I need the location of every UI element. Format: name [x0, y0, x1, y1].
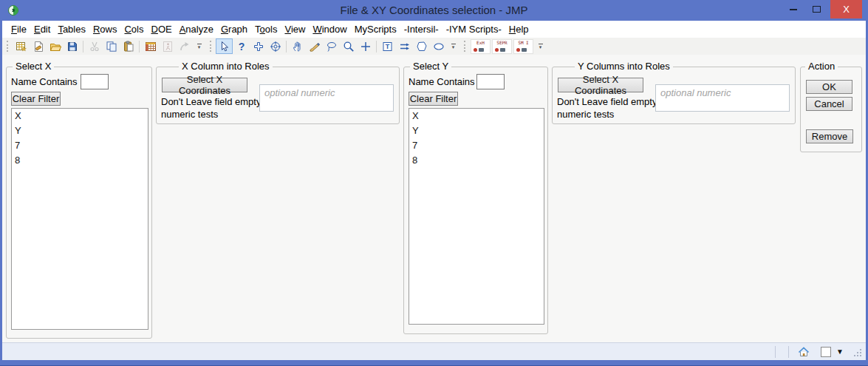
jmp-dialog-window: File & XY Coordinates selection - JMP X …	[0, 0, 868, 366]
list-item[interactable]: Y	[12, 123, 148, 138]
x-roles-hint: Don't Leave field empty numeric tests	[161, 95, 266, 121]
crosshair-icon[interactable]	[357, 38, 374, 54]
jmp-app-icon	[7, 4, 19, 16]
menu-tools[interactable]: Tools	[251, 21, 281, 38]
oval-icon[interactable]	[430, 38, 447, 54]
white-square-button[interactable]	[821, 347, 831, 357]
list-item[interactable]: 8	[409, 153, 544, 168]
list-item[interactable]: 8	[12, 153, 148, 168]
maximize-button[interactable]	[807, 0, 826, 18]
custom-script-label: SEPR	[493, 40, 511, 46]
lasso-icon[interactable]	[323, 38, 340, 54]
toolbar: ▾?T▾ExHSEPRSM I▾	[2, 38, 866, 55]
y-optional-numeric-input[interactable]	[655, 84, 790, 112]
text-annotate-icon[interactable]: T	[379, 38, 396, 54]
statusbar-separator	[788, 346, 789, 358]
toolbar-separator	[286, 41, 287, 52]
cut-icon[interactable]	[86, 38, 103, 54]
y-name-filter-input[interactable]	[476, 74, 505, 89]
open-file-icon[interactable]	[47, 38, 64, 54]
polygon-icon[interactable]	[413, 38, 430, 54]
save-icon[interactable]	[64, 38, 81, 54]
y-roles-hint: Don't Leave field empty numeric tests	[557, 95, 662, 121]
select-x-group: Select X Name Contains Clear Filter XY78	[6, 67, 152, 339]
x-clear-filter-button[interactable]: Clear Filter	[11, 92, 61, 106]
toolbar-drag-handle[interactable]	[464, 41, 466, 52]
custom-script-button-2[interactable]: SEPR	[492, 39, 512, 54]
menu-bar: FileEditTablesRowsColsDOEAnalyzeGraphToo…	[2, 21, 866, 38]
custom-script-button-1[interactable]: ExH	[471, 39, 491, 54]
run-script-icon[interactable]	[159, 38, 176, 54]
menu-help[interactable]: Help	[505, 21, 533, 38]
custom-script-glyphs	[495, 48, 505, 52]
menu-window[interactable]: Window	[309, 21, 350, 38]
grabber-hand-icon[interactable]	[289, 38, 306, 54]
menu-doe[interactable]: DOE	[147, 21, 175, 38]
select-x-coordinates-button[interactable]: Select X Coordinates	[162, 78, 247, 92]
play-icon[interactable]	[176, 38, 193, 54]
custom-script-label: SM I	[514, 40, 533, 46]
menu-cols[interactable]: Cols	[120, 21, 147, 38]
crosshair-circle-icon[interactable]	[267, 38, 284, 54]
custom-script-button-3[interactable]: SM I	[513, 39, 533, 54]
minimize-button[interactable]	[784, 0, 803, 18]
list-item[interactable]: X	[409, 109, 544, 123]
new-script-window-icon[interactable]	[30, 38, 47, 54]
svg-text:?: ?	[238, 41, 245, 52]
y-clear-filter-button[interactable]: Clear Filter	[409, 92, 458, 106]
move-tool-icon[interactable]	[250, 38, 267, 54]
toolbar-overflow-button[interactable]: ▾	[536, 40, 544, 52]
title-bar: File & XY Coordinates selection - JMP X	[0, 0, 868, 21]
window-frame-left	[0, 21, 2, 366]
y-roles-group: Y Columns into Roles Select X Coordinate…	[552, 67, 796, 124]
paste-icon[interactable]	[120, 38, 137, 54]
window-title: File & XY Coordinates selection - JMP	[341, 0, 528, 21]
list-item[interactable]: Y	[409, 123, 544, 138]
help-icon[interactable]: ?	[233, 38, 250, 54]
home-icon[interactable]	[798, 346, 810, 358]
toolbar-drag-handle[interactable]	[7, 41, 9, 52]
list-item[interactable]: 7	[409, 138, 544, 153]
new-data-table-icon[interactable]	[13, 38, 30, 54]
y-roles-legend: Y Columns into Roles	[575, 61, 673, 72]
menu-tables[interactable]: Tables	[54, 21, 89, 38]
toolbar-overflow-button[interactable]: ▾	[195, 40, 203, 52]
menu-file[interactable]: File	[7, 21, 30, 38]
window-frame-bottom	[0, 360, 868, 366]
arrow-cursor-icon[interactable]	[216, 38, 233, 54]
close-button[interactable]: X	[830, 0, 862, 18]
copy-icon[interactable]	[103, 38, 120, 54]
menu-intersil[interactable]: -Intersil-	[400, 21, 442, 38]
name-contains-label: Name Contains	[409, 76, 475, 87]
toolbar-drag-handle[interactable]	[210, 41, 212, 52]
cancel-button[interactable]: Cancel	[806, 97, 852, 111]
ok-button[interactable]: OK	[806, 80, 852, 94]
resize-grip[interactable]	[854, 349, 863, 358]
toolbar-overflow-button[interactable]: ▾	[449, 40, 457, 52]
data-table-icon[interactable]	[142, 38, 159, 54]
menu-view[interactable]: View	[281, 21, 309, 38]
brush-icon[interactable]	[306, 38, 323, 54]
remove-button[interactable]: Remove	[806, 129, 853, 143]
magnifier-icon[interactable]	[340, 38, 357, 54]
list-item[interactable]: 7	[12, 138, 148, 153]
action-legend: Action	[805, 61, 838, 72]
name-contains-label: Name Contains	[11, 76, 78, 87]
x-optional-numeric-input[interactable]	[259, 84, 394, 112]
dropdown-triangle-icon[interactable]: ▼	[836, 346, 844, 358]
select-y-coordinates-button[interactable]: Select X Coordinates	[558, 78, 643, 92]
menu-rows[interactable]: Rows	[89, 21, 121, 38]
select-x-legend: Select X	[13, 61, 54, 72]
list-item[interactable]: X	[12, 109, 148, 123]
x-column-list[interactable]: XY78	[11, 108, 148, 330]
menu-iymscripts[interactable]: -IYM Scripts-	[442, 21, 505, 38]
menu-analyze[interactable]: Analyze	[176, 21, 217, 38]
menu-myscripts[interactable]: MyScripts	[351, 21, 400, 38]
y-column-list[interactable]: XY78	[409, 108, 544, 325]
menu-graph[interactable]: Graph	[217, 21, 251, 38]
select-y-group: Select Y Name Contains Clear Filter XY78	[403, 67, 548, 334]
x-name-filter-input[interactable]	[81, 74, 109, 89]
custom-script-glyphs	[516, 48, 527, 52]
menu-edit[interactable]: Edit	[30, 21, 54, 38]
line-annotation-icon[interactable]	[396, 38, 413, 54]
